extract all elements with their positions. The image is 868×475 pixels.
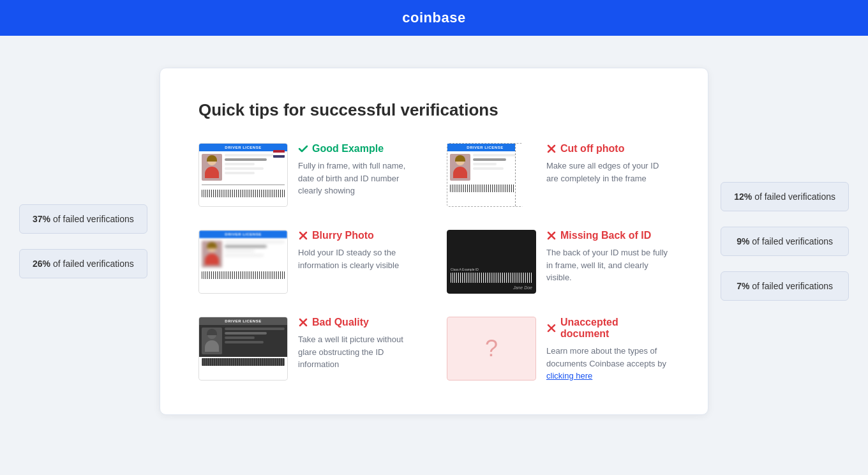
tip-missing-back: Class A Example ID Jane Doe Missing Back… [447,230,670,294]
dl-body [199,151,287,183]
left-badge-2: 26% of failed verifications [19,249,147,278]
dl-hair [207,155,217,162]
x-icon-dark [298,317,308,328]
dl-photo [202,154,222,181]
coinbase-logo: coinbase [402,10,465,26]
tip-label-text-cutoff: Cut off photo [560,143,624,155]
dl-line-c1 [473,154,520,156]
dl-body-dark [199,325,287,357]
tip-content-dark: Bad Quality Take a well lit picture with… [298,317,421,371]
dl-line-d3 [225,341,264,343]
dl-hair-cutoff [455,155,465,162]
tip-label-cutoff: Cut off photo [546,143,670,155]
dl-info-dark [225,328,285,354]
page-wrapper: 37% of failed verifications 26% of faile… [0,36,868,447]
dl-body-shape [205,167,219,178]
dl-info-blurry [225,241,285,268]
tip-label-text-unaccepted: Unaccepted document [560,317,670,340]
tip-image-unknown: ? [447,317,536,381]
dl-barcode-dark [202,358,285,366]
dl-line-b2 [225,250,255,252]
dl-cut-indicator [515,144,528,206]
right-badge-1: 12% of failed verifications [721,182,849,211]
dl-line-c2 [473,163,497,165]
check-icon [298,144,308,154]
unknown-question-mark: ? [485,335,498,362]
x-icon-back [546,230,557,241]
dl-card-cutoff: DRIVER LICENSE [447,143,523,207]
dl-hair-blurry [207,242,217,248]
dl-signature [202,185,285,188]
tip-label-text-back: Missing Back of ID [560,230,651,241]
dl-body-cutoff [447,151,523,183]
dl-barcode-cutoff [450,185,520,192]
dl-header-dark: DRIVER LICENSE [199,317,287,325]
right-badges: 12% of failed verifications 9% of failed… [721,182,849,301]
dl-line-b1 [225,241,285,243]
dl-barcode [202,190,285,197]
dl-photo-cutoff [450,154,470,181]
tip-content-cutoff: Cut off photo Make sure all edges of you… [546,143,670,185]
main-card: Quick tips for successful verifications … [160,68,708,415]
dl-body-dark-shape [205,340,219,352]
dl-header-cutoff: DRIVER LICENSE [447,144,523,151]
tip-desc-dark: Take a well lit picture without glare ob… [298,333,421,371]
dl-flag [273,150,285,158]
tip-cutoff: DRIVER LICENSE [447,143,670,207]
left-badge-1: 37% of failed verifications [19,204,147,234]
page-title: Quick tips for successful verifications [198,100,670,120]
x-icon-unaccepted [546,323,557,333]
id-unknown-card: ? [447,317,536,381]
tip-desc-blurry: Hold your ID steady so the information i… [298,246,421,271]
tip-content-good: Good Example Fully in frame, with full n… [298,143,421,197]
tip-image-back: Class A Example ID Jane Doe [447,230,536,294]
tip-label-text-dark: Bad Quality [312,317,369,328]
id-back-card: Class A Example ID Jane Doe [447,230,536,294]
tip-label-text-blurry: Blurry Photo [312,230,374,241]
tip-desc-good: Fully in frame, with full name, date of … [298,160,421,197]
tip-image-good: DRIVER LICENSE [198,143,288,207]
tips-grid: DRIVER LICENSE [198,143,670,382]
dl-line-d1 [225,328,285,330]
x-icon-blurry [298,230,308,241]
x-icon-cutoff [546,144,557,154]
tip-blurry: DRIVER LICENSE [198,230,421,294]
tip-desc-cutoff: Make sure all edges of your ID are compl… [546,160,670,185]
dl-info-cutoff [473,154,520,181]
dl-line-3 [225,167,264,170]
tip-unaccepted: ? Unaccepted document Learn more about t… [447,317,670,382]
app-header: coinbase [0,0,868,36]
tip-content-unaccepted: Unaccepted document Learn more about the… [546,317,670,382]
right-badge-3: 7% of failed verifications [721,271,849,301]
dl-card-blurry: DRIVER LICENSE [198,230,288,294]
tip-bad-quality: DRIVER LICENSE [198,317,421,382]
tip-label-text-good: Good Example [312,143,384,155]
dl-body-cutoff-shape [453,167,467,178]
dl-photo-blurry [202,241,222,268]
dl-photo-dark [202,328,222,354]
clicking-here-link[interactable]: clicking here [546,371,592,381]
id-back-label: Class A Example ID [451,268,532,271]
tip-label-good: Good Example [298,143,421,155]
left-badges: 37% of failed verifications 26% of faile… [19,204,147,278]
dl-line-4 [225,172,255,174]
tip-desc-back: The back of your ID must be fully in fra… [546,246,670,284]
tip-desc-unaccepted: Learn more about the types of documents … [546,345,670,382]
tip-content-blurry: Blurry Photo Hold your ID steady so the … [298,230,421,271]
tip-image-blurry: DRIVER LICENSE [198,230,288,294]
dl-barcode-blurry [202,271,285,279]
dl-body-blurry [199,238,287,270]
dl-line-b3 [225,254,264,257]
dl-hair-dark [207,329,217,335]
tip-image-dark: DRIVER LICENSE [198,317,288,381]
id-back-signature: Jane Doe [451,285,532,290]
tip-label-blurry: Blurry Photo [298,230,421,241]
dl-line-d2 [225,336,255,339]
dl-line-c3 [473,167,504,170]
dl-info [225,154,285,181]
dl-header-blurry: DRIVER LICENSE [199,230,287,238]
id-back-barcode [451,273,532,283]
tip-label-unaccepted: Unaccepted document [546,317,670,340]
right-badge-2: 9% of failed verifications [721,227,849,256]
tip-content-back: Missing Back of ID The back of your ID m… [546,230,670,284]
